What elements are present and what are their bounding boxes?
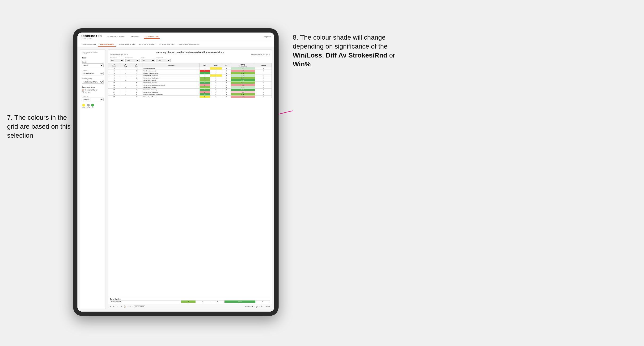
tab-team-h2h-grid[interactable]: TEAM H2H GRID: [98, 42, 116, 47]
filter-row: Opponents: (All) Conference (All) Region: [108, 57, 272, 63]
legend-up: Up: [91, 104, 94, 108]
toolbar-sep4: |: [254, 306, 255, 307]
legend-level-label: Level: [87, 107, 90, 108]
tab-team-summary[interactable]: TEAM SUMMARY: [80, 42, 98, 47]
col-loss: Loss: [210, 63, 222, 67]
opponents-filter: Opponents: (All): [110, 57, 124, 62]
view-label: View: Original: [134, 306, 145, 308]
last-updated-section: Last Updated: 27/03/2024 16:55:38: [82, 52, 104, 54]
legend-down: Down: [82, 104, 85, 108]
share-btn[interactable]: Share: [266, 306, 270, 307]
opponent-filter-select[interactable]: (All): [156, 59, 171, 62]
colour-by-select[interactable]: Win/loss: [82, 98, 104, 101]
out-of-div-label: Out of division: [110, 298, 270, 300]
colour-by-label: Colour by: [82, 95, 104, 97]
region-filter-select[interactable]: (All): [141, 59, 155, 62]
opponent-view-label: Opponent View: [82, 86, 104, 88]
toolbar-sep3: |: [132, 306, 133, 307]
grid-title: University of North Carolina Head-to-Hea…: [108, 50, 272, 54]
watch-btn[interactable]: 👁 Watch ▾: [245, 306, 253, 308]
table-row: 12-3University of Virginia1002.333: [108, 86, 272, 89]
team-label: Team: [82, 57, 104, 59]
tablet-screen: SCOREBOARD Powered by clippd TOURNAMENTS…: [78, 32, 274, 312]
school-label: School (Rank): [82, 78, 104, 79]
sub-nav: TEAM SUMMARY TEAM H2H GRID TEAM H2H HEAT…: [78, 41, 274, 47]
main-content: Last Updated: 27/03/2024 16:55:38 Team G…: [78, 47, 274, 312]
redo-btn[interactable]: ↪: [113, 306, 114, 308]
division-section: Division NCAA Division I: [82, 70, 104, 75]
conference-filter: Conference (All): [125, 57, 140, 62]
col-conf: #Conf: [131, 63, 142, 67]
refresh-btn[interactable]: ⟳: [116, 306, 118, 308]
out-of-div-row: NCAA Division II 1 0 0 26.00 3: [110, 301, 270, 303]
grid-subtitle: Overall Record: 89 - 17 - 0 Division Rec…: [108, 54, 272, 57]
col-rank: #Rank: [108, 63, 120, 67]
left-annotation: 7. The colours in the grid are based on …: [7, 113, 71, 140]
out-div-tie: 0: [210, 301, 224, 303]
legend-down-label: Down: [82, 107, 85, 108]
table-row: 10-5University of Alabama3002.616: [108, 82, 272, 84]
gender-label: Gender: [82, 61, 104, 63]
tab-player-h2h-grid[interactable]: PLAYER H2H GRID: [158, 42, 177, 47]
app-header: SCOREBOARD Powered by clippd TOURNAMENTS…: [78, 32, 274, 41]
team-section: Team: [82, 57, 104, 59]
nav-teams[interactable]: TEAMS: [130, 35, 140, 39]
division-select[interactable]: NCAA Division I: [82, 72, 104, 75]
copy-btn[interactable]: ⎘: [121, 306, 122, 308]
tablet-frame: SCOREBOARD Powered by clippd TOURNAMENTS…: [73, 28, 278, 316]
legend: Down Level Up: [82, 104, 104, 108]
tab-player-summary[interactable]: PLAYER SUMMARY: [138, 42, 158, 47]
legend-down-circle: [82, 104, 85, 107]
gender-select[interactable]: Men's: [82, 63, 104, 67]
school-select[interactable]: 1. University of Nort...: [82, 80, 104, 84]
overall-record: Overall Record: 89 - 17 - 0: [110, 54, 128, 56]
app-logo: SCOREBOARD: [81, 35, 102, 37]
radio-opponents-played[interactable]: Opponents Played: [82, 89, 104, 91]
paste-btn[interactable]: 📋: [124, 306, 126, 308]
sign-out-link[interactable]: Sign out: [264, 36, 271, 38]
radio-top100-circle: [82, 91, 84, 93]
gender-section: Gender Men's: [82, 61, 104, 67]
colour-by-section: Colour by Win/loss: [82, 95, 104, 101]
bottom-toolbar: ↩ ↪ ⟳ | ⎘ 📋 | ⏱ | View: Original 👁 Watch…: [108, 304, 272, 309]
radio-opponents-circle: [82, 89, 84, 91]
opponents-filter-label: Opponents:: [110, 57, 124, 58]
division-label: Division: [82, 70, 104, 71]
out-div-diff: 26.00: [224, 301, 255, 303]
col-reg: #Reg: [120, 63, 131, 67]
region-filter-label: Region: [141, 57, 155, 58]
region-filter: Region (All): [141, 57, 155, 62]
opponent-filter-label: Opponent: [156, 57, 171, 58]
grid-view-btn[interactable]: ⊞: [261, 306, 262, 308]
main-nav: TOURNAMENTS TEAMS COMMITTEE: [106, 35, 264, 39]
toolbar-sep2: |: [127, 306, 128, 307]
left-panel: Last Updated: 27/03/2024 16:55:38 Team G…: [80, 49, 106, 309]
table-row: 4-1Arizona State University5102.28: [108, 72, 272, 74]
table-row: 6-2Florida State University1201.8312: [108, 74, 272, 77]
clock-btn[interactable]: ⏱: [129, 306, 131, 308]
logo-subtitle: Powered by clippd: [81, 37, 102, 39]
out-of-division: Out of division NCAA Division II 1 0 0 2…: [108, 297, 272, 304]
comment-btn[interactable]: 💬: [256, 306, 258, 308]
legend-up-label: Up: [92, 107, 94, 108]
table-row: 16-7University of Florida310-6.679: [108, 96, 272, 98]
opponents-filter-select[interactable]: (All): [110, 59, 124, 62]
undo-btn[interactable]: ↩: [110, 306, 112, 308]
opponent-view-section: Opponent View Opponents Played Top 100: [82, 86, 104, 93]
nav-committee[interactable]: COMMITTEE: [144, 35, 160, 39]
tab-team-h2h-heatmap[interactable]: TEAM H2H HEATMAP: [116, 42, 138, 47]
nav-tournaments[interactable]: TOURNAMENTS: [106, 35, 126, 39]
out-div-loss: 0: [196, 301, 210, 303]
col-opponent: Opponent: [142, 63, 200, 67]
toolbar-sep1: |: [119, 306, 120, 307]
toolbar-sep5: |: [260, 306, 260, 307]
out-of-div-table: NCAA Division II 1 0 0 26.00 3: [110, 300, 270, 303]
legend-level: Level: [87, 104, 90, 108]
school-section: School (Rank) 1. University of Nort...: [82, 78, 104, 84]
tab-player-h2h-heatmap[interactable]: PLAYER H2H HEATMAP: [177, 42, 201, 47]
table-row: 8-2University of Washington1003.673: [108, 77, 272, 79]
legend-up-circle: [91, 104, 94, 107]
last-updated: Last Updated: 27/03/2024 16:55:38: [82, 52, 104, 54]
conference-filter-select[interactable]: (All): [125, 59, 140, 62]
radio-top100[interactable]: Top 100: [82, 91, 104, 93]
